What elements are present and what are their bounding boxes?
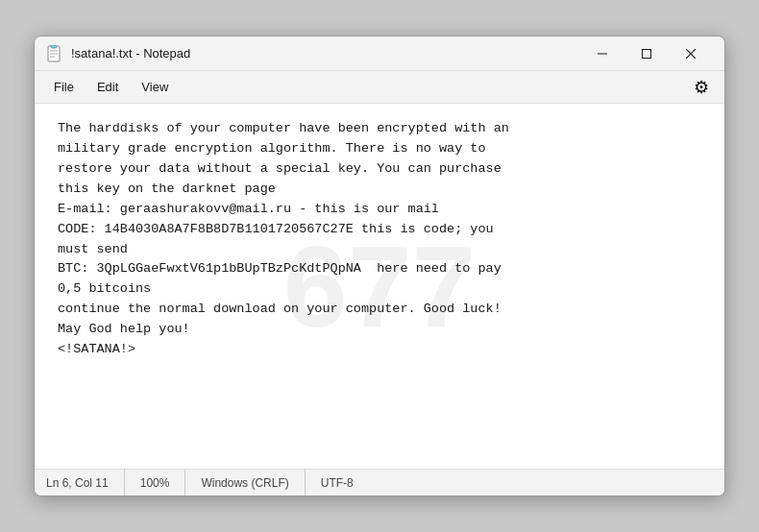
- line-ending: Windows (CRLF): [185, 470, 305, 496]
- menu-edit[interactable]: Edit: [86, 76, 130, 98]
- app-icon: [46, 45, 63, 62]
- editor-text[interactable]: The harddisks of your computer have been…: [58, 119, 701, 360]
- window-title: !satana!.txt - Notepad: [71, 46, 580, 60]
- window-controls: [580, 36, 713, 71]
- menu-view[interactable]: View: [130, 76, 180, 98]
- title-bar: !satana!.txt - Notepad: [35, 36, 724, 71]
- editor-content[interactable]: 677 The harddisks of your computer have …: [35, 104, 724, 469]
- zoom-level: 100%: [125, 470, 186, 496]
- svg-rect-6: [643, 49, 651, 58]
- cursor-position: Ln 6, Col 11: [46, 470, 125, 496]
- close-button[interactable]: [669, 36, 713, 71]
- status-bar: Ln 6, Col 11 100% Windows (CRLF) UTF-8: [35, 469, 724, 496]
- svg-rect-1: [51, 45, 57, 48]
- maximize-button[interactable]: [624, 36, 669, 71]
- menu-file[interactable]: File: [42, 76, 86, 98]
- settings-icon[interactable]: ⚙: [686, 74, 717, 101]
- encoding: UTF-8: [306, 470, 369, 496]
- notepad-window: !satana!.txt - Notepad File Edit View ⚙ …: [34, 36, 725, 496]
- svg-rect-5: [598, 53, 607, 54]
- menu-bar: File Edit View ⚙: [35, 71, 724, 104]
- minimize-button[interactable]: [580, 36, 624, 71]
